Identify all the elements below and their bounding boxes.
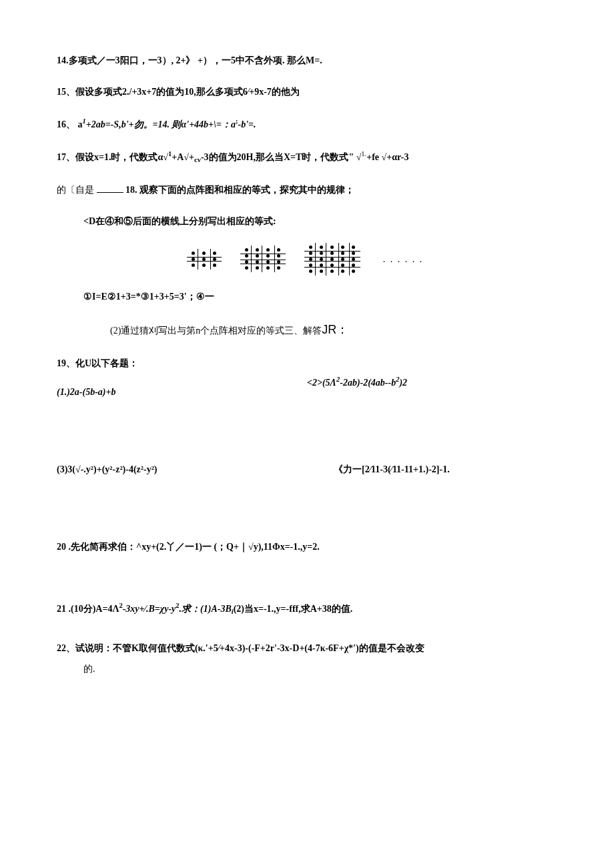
- question-19-row1: (1.)2a-(5b-a)+b <2>(5Λ2-2ab)-2(4ab--b2)2: [57, 374, 557, 399]
- dot-grid-2: [244, 248, 282, 270]
- q18-e-text: JR：: [322, 323, 348, 336]
- question-18-d: (2)通过猜刈写出与第n个点阵相对应的等式三、解答JR：: [57, 321, 557, 339]
- question-21: 21 .(10分)A=4Λ2-3xy+∕.B=χy-y2.求：(1)A-3Bi(…: [57, 600, 557, 617]
- question-17-line2: 的〔自是 18. 观察下面的点阵图和相应的等式，探究其中的规律；: [57, 183, 557, 197]
- q17-b: +A√+: [172, 151, 194, 161]
- q21-b: -3xy+∕.B=χy-y: [123, 604, 176, 614]
- blank-underline: [97, 192, 123, 193]
- q17-d: +fe √+αr-3: [366, 151, 408, 161]
- q17-a: 17、假设x=1.时，代数式α√: [57, 151, 168, 161]
- question-17-line1: 17、假设x=1.时，代数式α√1+A√+cv-3的值为20H,那么当X=T时，…: [57, 149, 557, 165]
- q19-3: (3)3(√-.y²)+(y²-z²)-4(z²-y²): [57, 462, 307, 476]
- q21-d: (2)当x=-1.,y=-fff,求A+38的值.: [234, 604, 353, 614]
- q19-2: <2>(5Λ2-2ab)-2(4ab--b2)2: [307, 374, 407, 399]
- q21-c: .求：(1)A-3B: [180, 604, 232, 614]
- question-14: 14.多项式／一3阳口，一3）, 2+》 +），一5中不含外项. 那么M=.: [57, 53, 557, 67]
- question-19-row2: (3)3(√-.y²)+(y²-z²)-4(z²-y²) 《力一[2∕11-3(…: [57, 462, 557, 476]
- q19-4: 《力一[2∕11-3(∕11-11+1.)-2]-1.: [307, 462, 450, 476]
- ellipsis: . . . . . .: [383, 252, 424, 266]
- question-16: 16、 a1+2ab=-S,b'+勿。=14. 则α'+44b+\=：a;-b'…: [57, 116, 557, 131]
- q18-a: 18. 观察下面的点阵图和相应的等式，探究其中的规律；: [125, 185, 354, 195]
- q19-1: (1.)2a-(5b-a)+b: [57, 374, 307, 399]
- question-22-b: 的.: [57, 662, 557, 676]
- question-19-header: 19、化U以下各题：: [57, 356, 557, 370]
- q22-a-text: 22、试说明：不管K取何值代数式(κ.'+5∕+4x-3)-(-F+2r'-3x…: [57, 643, 424, 653]
- dot-grid-3: [308, 246, 356, 273]
- q17-sub-cv: cv: [194, 156, 201, 163]
- q19-2b: -2ab)-2(4ab--b: [340, 378, 396, 388]
- question-20: 20 .先化简再求伯：^xy+(2.丫／一1)一 (；Q+｜√y),11Φx=-…: [57, 540, 557, 554]
- question-15: 15、假设多项式2./+3x+7的值为10,那么多项式6∕+9x-7的他为: [57, 85, 557, 99]
- q19-2c: )2: [399, 378, 407, 388]
- q16-part-a: 16、 a: [57, 119, 83, 129]
- q21-a: 21 .(10分)A=4Λ: [57, 604, 119, 614]
- q16-part-b: +2ab=-S,b'+勿。=14. 则α'+44b+\=：a: [86, 119, 236, 129]
- question-22-a: 22、试说明：不管K取何值代数式(κ.'+5∕+4x-3)-(-F+2r'-3x…: [57, 641, 557, 655]
- question-18-c: ①I=E②1+3=*③1+3+5=3'；④一: [57, 290, 557, 304]
- q18-d-text: (2)通过猜刈写出与第n个点阵相对应的等式三、解答: [110, 326, 322, 336]
- question-18-b: <D在④和⑤后面的横线上分别写出相应的等式:: [57, 214, 557, 228]
- q17-e: 的〔自是: [57, 185, 94, 195]
- dot-grid-1: [191, 252, 218, 267]
- dot-diagram: . . . . . .: [57, 246, 557, 273]
- q17-c: -3的值为20H,那么当X=T时，代数式" √: [201, 151, 361, 161]
- q16-part-c: -b'=.: [238, 119, 256, 129]
- q19-2a: <2>(5Λ: [307, 378, 336, 388]
